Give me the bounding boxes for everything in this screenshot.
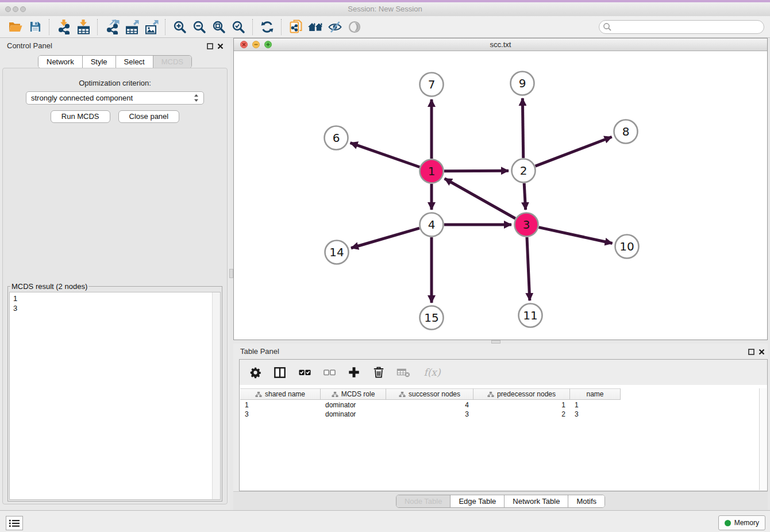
window-title: Session: New Session: [0, 5, 770, 13]
tree-icon: [399, 391, 406, 398]
table-vertical-scrollbar[interactable]: [759, 388, 767, 490]
toolbar-separator: [49, 19, 50, 35]
memory-button[interactable]: Memory: [718, 515, 765, 530]
graph-edge-2-9[interactable]: [522, 98, 523, 158]
column-header-successor-nodes[interactable]: successor nodes: [386, 388, 473, 400]
column-header-predecessor-nodes[interactable]: predecessor nodes: [473, 388, 570, 400]
table-cell: 1: [240, 400, 321, 410]
mcds-result-scrollbar[interactable]: [212, 292, 220, 499]
open-session-button[interactable]: [6, 18, 25, 36]
tab-mcds[interactable]: MCDS: [153, 56, 191, 68]
close-panel-action-button[interactable]: Close panel: [118, 110, 180, 123]
column-header-label: predecessor nodes: [497, 390, 556, 398]
graph-node-15[interactable]: 15: [420, 306, 444, 330]
control-panel: Control Panel NetworkStyleSelectMCDS Opt…: [0, 38, 230, 510]
export-network-icon: [105, 20, 120, 34]
first-neighbors-button[interactable]: [306, 18, 325, 36]
tab-network[interactable]: Network: [38, 56, 83, 68]
table-row[interactable]: 3dominator323: [240, 410, 621, 419]
column-header-name[interactable]: name: [570, 388, 621, 400]
graph-node-label: 4: [428, 218, 436, 232]
table-float-button[interactable]: [747, 348, 755, 356]
function-fx-label: f(x): [424, 367, 440, 378]
graph-node-label: 11: [523, 309, 537, 322]
main-toolbar: [0, 16, 770, 38]
toolbar-separator: [97, 19, 98, 35]
hide-selected-button[interactable]: [325, 18, 345, 36]
table-tab-edge-table[interactable]: Edge Table: [451, 495, 505, 507]
graph-node-label: 7: [428, 78, 436, 91]
table-row[interactable]: 1dominator411: [240, 400, 621, 410]
homes-icon: [307, 21, 324, 33]
mcds-result-lines: 1 3: [10, 292, 220, 314]
column-header-MCDS-role[interactable]: MCDS role: [321, 388, 386, 400]
create-column-button[interactable]: [346, 365, 361, 380]
table-cell: 3: [240, 410, 321, 419]
app-menu-button[interactable]: [6, 516, 23, 530]
graph-node-4[interactable]: 4: [420, 213, 444, 237]
graph-edge-2-8[interactable]: [536, 137, 612, 166]
import-network-button[interactable]: [54, 18, 74, 36]
save-session-button[interactable]: [25, 18, 45, 36]
graph-node-3[interactable]: 3: [515, 213, 538, 237]
close-panel-button[interactable]: [216, 42, 224, 50]
run-mcds-button[interactable]: Run MCDS: [51, 110, 110, 123]
zoom-in-button[interactable]: [170, 18, 190, 36]
float-panel-button[interactable]: [206, 42, 214, 50]
graph-node-2[interactable]: 2: [512, 159, 536, 183]
graph-node-14[interactable]: 14: [325, 241, 349, 264]
graph-edge-3-10[interactable]: [538, 228, 612, 244]
graph-edge-1-6[interactable]: [351, 143, 420, 167]
zoom-in-icon: [173, 20, 187, 34]
optimization-criterion-label: Optimization criterion:: [3, 79, 227, 87]
select-all-rows-button[interactable]: [297, 365, 312, 380]
search-input[interactable]: [599, 20, 764, 34]
graph-edge-2-3[interactable]: [524, 183, 525, 210]
column-header-label: shared name: [265, 390, 305, 398]
graph-node-9[interactable]: 9: [511, 72, 534, 95]
zoom-out-button[interactable]: [190, 18, 209, 36]
graph-edge-1-2[interactable]: [444, 171, 509, 171]
network-canvas[interactable]: 1234678910111415: [234, 51, 767, 340]
export-table-button[interactable]: [122, 18, 141, 36]
deselect-all-rows-button[interactable]: [322, 365, 337, 380]
unhide-all-button[interactable]: [345, 18, 364, 36]
table-tabs-strip: Node TableEdge TableNetwork TableMotifs: [233, 491, 768, 511]
criterion-dropdown[interactable]: strongly connected component: [26, 91, 204, 105]
table-cell: dominator: [321, 410, 386, 419]
table-close-button[interactable]: [757, 348, 765, 356]
table-tab-motifs[interactable]: Motifs: [568, 495, 605, 507]
network-window: scc.txt 1234678910111415: [233, 38, 768, 340]
graph-node-1[interactable]: 1: [420, 160, 444, 183]
graph-edge-4-14[interactable]: [351, 228, 419, 248]
graph-node-11[interactable]: 11: [519, 304, 542, 327]
column-visibility-button[interactable]: [272, 365, 287, 380]
table-options-button[interactable]: [248, 365, 263, 380]
graph-node-6[interactable]: 6: [325, 126, 348, 150]
apply-layout-button[interactable]: [257, 18, 277, 36]
zoom-selected-button[interactable]: [229, 18, 248, 36]
graph-node-label: 6: [333, 131, 340, 145]
mcds-result-group: MCDS result (2 nodes) 1 3: [7, 282, 222, 502]
graph-node-8[interactable]: 8: [614, 120, 638, 144]
tab-style[interactable]: Style: [83, 56, 116, 68]
graph-node-7[interactable]: 7: [420, 73, 444, 97]
graph-edge-3-1[interactable]: [445, 179, 515, 218]
column-header-shared-name[interactable]: shared name: [240, 388, 321, 400]
graph-edge-3-11[interactable]: [527, 237, 530, 300]
graph-node-label: 8: [622, 125, 630, 138]
table-tab-node-table[interactable]: Node Table: [396, 495, 451, 507]
graph-node-10[interactable]: 10: [615, 235, 639, 259]
import-table-button[interactable]: [74, 18, 93, 36]
clone-network-button[interactable]: [286, 18, 306, 36]
mcds-result-textarea[interactable]: 1 3: [9, 292, 221, 500]
application-window: Session: New Session: [0, 0, 770, 532]
tab-select[interactable]: Select: [116, 56, 153, 68]
vertical-splitter-grip[interactable]: [229, 269, 233, 278]
zoom-fit-button[interactable]: [209, 18, 229, 36]
export-image-button[interactable]: [141, 18, 161, 36]
export-network-button[interactable]: [102, 18, 122, 36]
delete-columns-button[interactable]: [371, 365, 386, 380]
table-tab-network-table[interactable]: Network Table: [505, 495, 568, 507]
graph-node-label: 2: [520, 164, 528, 178]
